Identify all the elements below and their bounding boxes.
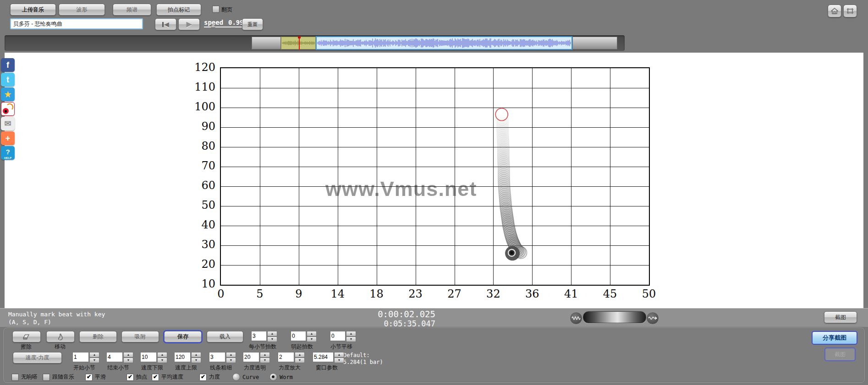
row2-7-field[interactable] xyxy=(313,352,334,362)
checkbox-unchecked[interactable] xyxy=(43,374,50,381)
row1-2-up-arrow[interactable]: ▲ xyxy=(346,331,356,336)
tempo-dynamics-mode-button[interactable]: 速度-力度 xyxy=(13,352,62,363)
option-拍点[interactable]: ✔拍点 xyxy=(126,373,147,381)
radio-button[interactable] xyxy=(232,373,240,381)
move-button[interactable] xyxy=(46,331,75,342)
share-facebook-icon[interactable]: f xyxy=(1,58,15,72)
row2-7-down-arrow[interactable]: ▼ xyxy=(334,358,344,363)
x-tick-label: 45 xyxy=(595,287,625,300)
row2-5-up-arrow[interactable]: ▲ xyxy=(260,352,270,358)
row1-0-up-arrow[interactable]: ▲ xyxy=(267,331,277,336)
row2-6-down-arrow[interactable]: ▼ xyxy=(295,358,305,363)
row2-6-field[interactable] xyxy=(278,352,294,362)
playhead-handle[interactable] xyxy=(298,36,301,38)
row1-1-field[interactable] xyxy=(291,331,306,341)
option-力度[interactable]: ✔力度 xyxy=(199,373,220,381)
volume-min-icon[interactable] xyxy=(570,312,582,325)
waveform-view-button[interactable]: 波形 xyxy=(59,4,105,16)
option-无响嗒[interactable]: 无响嗒 xyxy=(11,373,38,381)
waveform-right-cap[interactable] xyxy=(572,37,617,49)
play-button[interactable]: ▶ xyxy=(178,18,200,30)
row2-0-down-arrow[interactable]: ▼ xyxy=(89,358,99,363)
waveform-strip xyxy=(5,35,625,51)
fullscreen-icon[interactable] xyxy=(843,5,857,17)
row2-4-down-arrow[interactable]: ▼ xyxy=(226,358,236,363)
row2-2-field[interactable] xyxy=(140,352,157,362)
row2-0-up-arrow[interactable]: ▲ xyxy=(89,352,99,358)
row2-1-field[interactable] xyxy=(106,352,123,362)
row1-0-down-arrow[interactable]: ▼ xyxy=(267,336,277,342)
delete-button[interactable]: 删除 xyxy=(79,331,117,342)
speed-slider-thumb[interactable] xyxy=(211,23,215,27)
row2-1-down-arrow[interactable]: ▼ xyxy=(123,358,133,363)
row2-0-field[interactable] xyxy=(72,352,89,362)
save-button[interactable]: 保存 xyxy=(164,331,202,342)
row1-2-down-arrow[interactable]: ▼ xyxy=(346,336,356,342)
screenshot-button[interactable]: 截图 xyxy=(824,311,857,323)
volume-max-icon[interactable] xyxy=(646,312,659,325)
share-mail-icon[interactable]: ✉ xyxy=(1,117,15,130)
waveform-played-region[interactable] xyxy=(281,37,316,49)
option-跟随音乐[interactable]: 跟随音乐 xyxy=(43,373,74,381)
row2-3-down-arrow[interactable]: ▼ xyxy=(191,358,201,363)
waveform-selection[interactable] xyxy=(316,36,572,50)
row1-1-down-arrow[interactable]: ▼ xyxy=(307,336,317,342)
volume-slider[interactable] xyxy=(583,311,646,323)
radio-curve[interactable]: Curve xyxy=(232,373,259,381)
share-twitter-icon[interactable]: t xyxy=(1,73,15,87)
option-平滑[interactable]: ✔平滑 xyxy=(85,373,106,381)
row1-2-spinner: ▲▼ xyxy=(330,331,356,342)
worm-visualization xyxy=(221,68,649,285)
share-share-more-icon[interactable]: + xyxy=(1,131,15,145)
erase-button[interactable] xyxy=(12,331,41,342)
worm-segment xyxy=(511,251,513,254)
share-qzone-icon[interactable]: ★ xyxy=(1,87,15,101)
row2-1-up-arrow[interactable]: ▲ xyxy=(123,352,133,358)
radio-button[interactable] xyxy=(269,373,277,381)
row2-3-arrows: ▲▼ xyxy=(191,352,201,363)
row1-2-field[interactable] xyxy=(330,331,346,341)
mail-glyph: ✉ xyxy=(4,119,11,129)
row1-0-field[interactable] xyxy=(251,331,267,341)
row2-4-field[interactable] xyxy=(209,352,225,362)
share-weibo-icon[interactable] xyxy=(1,102,15,116)
row2-3-label: 速度上限 xyxy=(168,364,204,372)
row2-3-up-arrow[interactable]: ▲ xyxy=(191,352,201,358)
skip-to-start-button[interactable]: ◀ xyxy=(155,18,176,30)
row2-5-field[interactable] xyxy=(243,352,259,362)
row2-2-down-arrow[interactable]: ▼ xyxy=(157,358,167,363)
row2-2-up-arrow[interactable]: ▲ xyxy=(157,352,167,358)
checkbox-checked[interactable]: ✔ xyxy=(199,374,207,381)
upload-music-button[interactable]: 上传音乐 xyxy=(10,4,56,16)
checkbox-label: 无响嗒 xyxy=(21,373,38,381)
beat-mark-button[interactable]: 拍点标记 xyxy=(156,4,201,16)
checkbox-checked[interactable]: ✔ xyxy=(126,374,134,381)
row2-6-up-arrow[interactable]: ▲ xyxy=(295,352,305,358)
row2-1-spinner: ▲▼ xyxy=(106,352,133,363)
waveform-left-cap[interactable] xyxy=(252,37,281,49)
x-tick-label: 9 xyxy=(284,287,313,300)
row2-7-up-arrow[interactable]: ▲ xyxy=(334,352,344,358)
snap-button[interactable]: 吸附 xyxy=(121,331,159,342)
option-平均速度[interactable]: ✔平均速度 xyxy=(152,373,183,381)
checkbox-checked[interactable]: ✔ xyxy=(85,374,93,381)
row2-4-up-arrow[interactable]: ▲ xyxy=(226,352,236,358)
checkbox-checked[interactable]: ✔ xyxy=(152,374,159,381)
row1-1-up-arrow[interactable]: ▲ xyxy=(307,331,317,336)
share-screenshot-button[interactable]: 分享截图 xyxy=(812,331,857,345)
x-tick-label: 32 xyxy=(478,287,508,300)
checkbox-unchecked[interactable] xyxy=(11,374,19,381)
time-display: 0:00:02.025 0:05:35.047 xyxy=(321,309,435,328)
spectrum-view-button[interactable]: 频谱 xyxy=(113,4,151,16)
radio-worm[interactable]: Worm xyxy=(269,373,293,381)
row2-2-label: 速度下限 xyxy=(134,364,170,372)
home-icon[interactable] xyxy=(828,5,841,17)
reset-speed-button[interactable]: 重置 xyxy=(242,18,263,30)
page-turn-checkbox[interactable] xyxy=(212,5,220,13)
y-tick-label: 70 xyxy=(185,159,215,172)
track-title-input[interactable] xyxy=(10,18,143,29)
row2-3-field[interactable] xyxy=(174,352,191,362)
share-help-icon[interactable]: ?HELP xyxy=(1,146,15,160)
load-button[interactable]: 载入 xyxy=(207,331,243,342)
row2-5-down-arrow[interactable]: ▼ xyxy=(260,358,270,363)
